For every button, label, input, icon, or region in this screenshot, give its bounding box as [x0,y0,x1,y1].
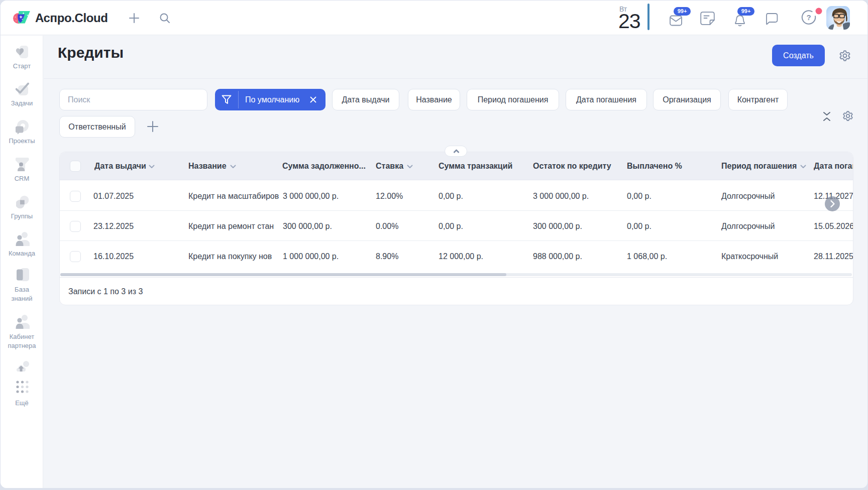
svg-text:?: ? [806,13,811,22]
